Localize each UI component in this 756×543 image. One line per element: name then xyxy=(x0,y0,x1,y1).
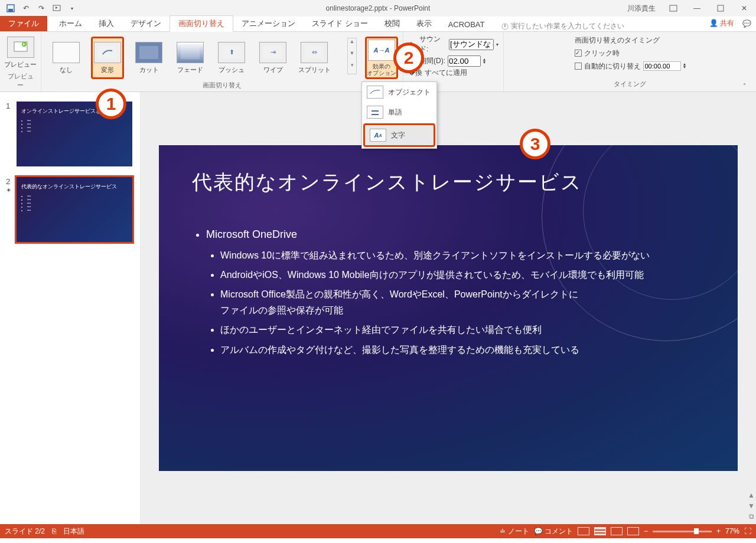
tab-home[interactable]: ホーム xyxy=(51,16,90,31)
transition-wipe[interactable]: ⇥ワイプ xyxy=(256,37,289,79)
fit-window-icon[interactable]: ⛶ xyxy=(744,527,751,535)
window-title: onlinestorage2.pptx - PowerPoint xyxy=(326,4,431,12)
collapse-ribbon-icon[interactable]: ˄ xyxy=(743,83,754,91)
ribbon-options-icon[interactable] xyxy=(662,0,685,17)
callout-3: 3 xyxy=(520,129,550,159)
sorter-view-icon[interactable] xyxy=(594,527,606,535)
preview-button[interactable]: プレビュー xyxy=(4,33,37,72)
effect-options-menu: オブジェクト ▬▬▬▬単語 AA文字 xyxy=(361,81,437,149)
effect-option-word[interactable]: ▬▬▬▬単語 xyxy=(362,102,436,122)
qat-more-icon[interactable]: ▾ xyxy=(65,1,79,15)
slide-indicator[interactable]: スライド 2/2 xyxy=(5,526,45,537)
slide-title: 代表的なオンラインストレージサービス xyxy=(192,169,705,196)
maximize-icon[interactable] xyxy=(709,0,732,17)
callout-2: 2 xyxy=(393,42,424,73)
duration-input[interactable] xyxy=(448,55,481,67)
preview-icon xyxy=(7,37,34,58)
slide-canvas[interactable]: 代表的なオンラインストレージサービス Microsoft OneDrive Wi… xyxy=(141,92,756,524)
svg-rect-4 xyxy=(718,5,724,11)
undo-icon[interactable]: ↶ xyxy=(19,1,33,15)
account-name[interactable]: 川添貴生 xyxy=(627,4,656,14)
svg-rect-6 xyxy=(504,24,506,27)
ribbon: プレビュー プレビュー なし 変形 カット フェード ⬆プッシュ ⇥ワイプ ⇔ス… xyxy=(0,32,756,92)
tell-me[interactable]: 実行したい作業を入力してください xyxy=(501,21,624,31)
tab-file[interactable]: ファイル xyxy=(0,16,47,31)
normal-view-icon[interactable] xyxy=(578,527,589,535)
auto-after-input[interactable] xyxy=(643,61,681,71)
comments-icon[interactable]: 💬 xyxy=(742,19,751,28)
workspace: 1 オンラインストレージサービスとは•••••••••••• 2 ✶ 代表的なオ… xyxy=(0,92,756,524)
zoom-out-icon[interactable]: − xyxy=(644,527,648,535)
status-bar: スライド 2/2 ⎘ 日本語 ≐ ノート 💬 コメント − + 77% ⛶ xyxy=(0,524,756,538)
title-bar: ↶ ↷ ▾ onlinestorage2.pptx - PowerPoint 川… xyxy=(0,0,756,17)
tab-review[interactable]: 校閲 xyxy=(376,16,408,31)
close-icon[interactable]: ✕ xyxy=(732,0,756,17)
effect-option-char[interactable]: AA文字 xyxy=(363,123,435,147)
main-slide[interactable]: 代表的なオンラインストレージサービス Microsoft OneDrive Wi… xyxy=(159,145,738,471)
word-icon: ▬▬▬▬ xyxy=(367,106,383,119)
transition-cut[interactable]: カット xyxy=(132,37,165,79)
transition-morph[interactable]: 変形 xyxy=(91,37,124,79)
zoom-level[interactable]: 77% xyxy=(725,527,739,535)
transition-none[interactable]: なし xyxy=(50,37,83,79)
tab-view[interactable]: 表示 xyxy=(408,16,440,31)
minimize-icon[interactable]: — xyxy=(685,0,709,17)
redo-icon[interactable]: ↷ xyxy=(34,1,48,15)
apply-all-button[interactable]: すべてに適用 xyxy=(425,68,467,78)
callout-1: 1 xyxy=(96,89,126,119)
char-icon: AA xyxy=(370,129,386,142)
thumbnail-2[interactable]: 2 ✶ 代表的なオンラインストレージサービス••••••••••••••• xyxy=(6,177,134,242)
transition-push[interactable]: ⬆プッシュ xyxy=(215,37,248,79)
tab-insert[interactable]: 挿入 xyxy=(90,16,122,31)
gallery-scroll[interactable]: ▲▼▾ xyxy=(347,38,357,74)
share-button[interactable]: 👤 共有 xyxy=(709,18,734,28)
tab-slideshow[interactable]: スライド ショー xyxy=(304,16,376,31)
svg-rect-3 xyxy=(670,5,677,11)
svg-rect-1 xyxy=(8,9,13,12)
object-icon xyxy=(367,86,383,99)
timing-heading: 画面切り替えのタイミング xyxy=(575,34,686,46)
effect-option-object[interactable]: オブジェクト xyxy=(362,82,436,102)
tab-acrobat[interactable]: ACROBAT xyxy=(440,18,493,31)
vertical-scrollbar[interactable]: ▲▼⧉ xyxy=(747,92,756,524)
slideshow-view-icon[interactable] xyxy=(627,527,639,535)
transition-split[interactable]: ⇔スプリット xyxy=(298,37,331,79)
auto-after-checkbox[interactable] xyxy=(575,63,582,70)
ribbon-tabs: ファイル ホーム 挿入 デザイン 画面切り替え アニメーション スライド ショー… xyxy=(0,17,756,32)
spellcheck-icon[interactable]: ⎘ xyxy=(52,527,56,535)
on-click-checkbox[interactable] xyxy=(575,50,582,57)
tab-design[interactable]: デザイン xyxy=(122,16,170,31)
tab-animations[interactable]: アニメーション xyxy=(233,16,304,31)
reading-view-icon[interactable] xyxy=(611,527,623,535)
comments-button[interactable]: 💬 コメント xyxy=(534,526,573,537)
notes-button[interactable]: ≐ ノート xyxy=(500,526,529,537)
zoom-slider[interactable] xyxy=(653,531,712,532)
effect-options-icon: A→A xyxy=(368,40,395,61)
tab-transitions[interactable]: 画面切り替え xyxy=(170,15,233,32)
sound-select[interactable] xyxy=(449,39,494,50)
transition-indicator-icon: ✶ xyxy=(6,187,11,194)
slide-thumbnails: 1 オンラインストレージサービスとは•••••••••••• 2 ✶ 代表的なオ… xyxy=(0,92,141,524)
save-icon[interactable] xyxy=(4,1,18,15)
language-indicator[interactable]: 日本語 xyxy=(63,526,84,537)
transition-fade[interactable]: フェード xyxy=(174,37,207,79)
start-slideshow-icon[interactable] xyxy=(50,1,64,15)
zoom-in-icon[interactable]: + xyxy=(716,527,721,535)
